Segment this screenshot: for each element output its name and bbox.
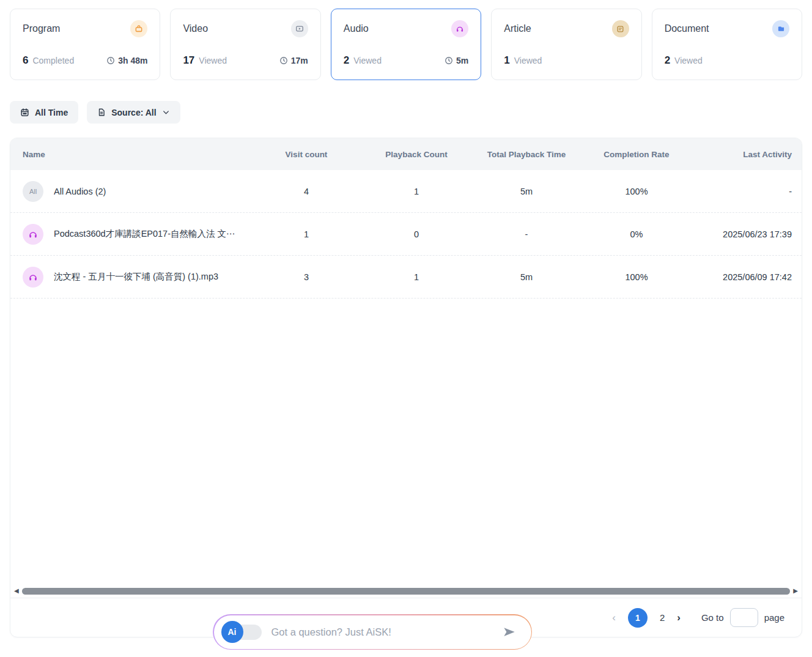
headphones-icon: [23, 224, 43, 245]
card-count-label: Viewed: [353, 56, 382, 65]
article-icon: [612, 20, 629, 37]
page-label: page: [764, 612, 784, 623]
playback-count-cell: 1: [361, 187, 471, 196]
ai-badge: Ai: [221, 621, 243, 643]
file-icon: [97, 108, 106, 117]
ai-toggle[interactable]: Ai: [221, 621, 262, 643]
pagination-page-1-button[interactable]: 1: [628, 608, 648, 628]
card-count-label: Viewed: [199, 56, 227, 65]
scroll-left-icon[interactable]: ◀: [14, 588, 19, 594]
card-count: 2: [344, 54, 349, 67]
row-name: 沈文程 - 五月十一彼下埔 (高音質) (1).mp3: [54, 271, 218, 283]
scroll-right-icon[interactable]: ▶: [793, 588, 798, 594]
card-count: 6: [23, 54, 28, 67]
card-program[interactable]: Program 6 Completed 3h 48m: [10, 9, 160, 80]
card-title: Document: [665, 23, 709, 34]
video-icon: [291, 20, 308, 37]
card-count: 2: [665, 54, 670, 67]
column-header-playback-count: Playback Count: [361, 150, 471, 159]
visit-count-cell: 3: [251, 272, 361, 282]
table-row[interactable]: Podcast360d才庫講談EP017-自然輸入法 文⋯ 1 0 - 0% 2…: [10, 213, 802, 256]
document-icon: [772, 20, 789, 37]
row-name: All Audios (2): [54, 187, 106, 196]
total-playback-time-cell: 5m: [471, 187, 581, 196]
source-filter-button[interactable]: Source: All: [87, 101, 180, 124]
card-time: 3h 48m: [118, 56, 147, 65]
send-icon[interactable]: [502, 625, 517, 639]
goto-label: Go to: [701, 612, 724, 623]
summary-cards: Program 6 Completed 3h 48m: [10, 9, 802, 80]
completion-rate-cell: 0%: [581, 229, 692, 239]
pagination-next-button[interactable]: ›: [677, 612, 681, 623]
card-document[interactable]: Document 2 Viewed: [652, 9, 802, 80]
headphones-icon: [451, 20, 468, 37]
horizontal-scrollbar[interactable]: ◀ ▶: [10, 585, 802, 596]
card-video[interactable]: Video 17 Viewed 17m: [170, 9, 320, 80]
clock-icon: [106, 56, 115, 65]
goto-page-input[interactable]: [730, 608, 758, 627]
completion-rate-cell: 100%: [581, 187, 692, 196]
column-header-visit-count: Visit count: [251, 150, 361, 159]
visit-count-cell: 1: [251, 229, 361, 239]
pagination-prev-button[interactable]: ‹: [612, 612, 616, 623]
visit-count-cell: 4: [251, 187, 361, 196]
table-row[interactable]: All All Audios (2) 4 1 5m 100% -: [10, 170, 802, 213]
table-empty-area: [10, 299, 802, 585]
total-playback-time-cell: -: [471, 229, 581, 239]
card-count: 17: [183, 54, 194, 67]
last-activity-cell: 2025/06/09 17:42: [692, 272, 802, 282]
card-title: Program: [23, 23, 60, 34]
card-count-label: Viewed: [674, 56, 703, 65]
time-filter-label: All Time: [35, 108, 68, 117]
column-header-last-activity: Last Activity: [692, 150, 802, 159]
total-playback-time-cell: 5m: [471, 272, 581, 282]
last-activity-cell: 2025/06/23 17:39: [692, 229, 802, 239]
source-filter-label: Source: All: [111, 108, 156, 117]
content-table: Name Visit count Playback Count Total Pl…: [10, 138, 802, 637]
time-filter-button[interactable]: All Time: [10, 101, 78, 124]
aisk-question-input[interactable]: [271, 626, 492, 638]
column-header-name: Name: [10, 150, 251, 159]
card-time: 5m: [456, 56, 468, 65]
all-badge: All: [23, 181, 43, 202]
headphones-icon: [23, 267, 43, 288]
chevron-down-icon: [162, 108, 170, 116]
clock-icon: [279, 56, 288, 65]
card-audio[interactable]: Audio 2 Viewed 5m: [331, 9, 481, 80]
program-icon: [130, 20, 147, 37]
playback-count-cell: 0: [361, 229, 471, 239]
scrollbar-thumb[interactable]: [22, 588, 791, 595]
card-time: 17m: [291, 56, 308, 65]
table-header: Name Visit count Playback Count Total Pl…: [10, 138, 802, 170]
card-title: Article: [504, 23, 531, 34]
table-row[interactable]: 沈文程 - 五月十一彼下埔 (高音質) (1).mp3 3 1 5m 100% …: [10, 256, 802, 299]
filter-bar: All Time Source: All: [10, 101, 180, 124]
column-header-total-playback-time: Total Playback Time: [471, 150, 581, 159]
card-title: Video: [183, 23, 208, 34]
pagination-page-2-button[interactable]: 2: [660, 612, 665, 623]
last-activity-cell: -: [692, 187, 802, 196]
row-name: Podcast360d才庫講談EP017-自然輸入法 文⋯: [54, 228, 235, 240]
card-article[interactable]: Article 1 Viewed: [491, 9, 641, 80]
calendar-icon: [20, 108, 29, 117]
card-count-label: Viewed: [514, 56, 542, 65]
playback-count-cell: 1: [361, 272, 471, 282]
column-header-completion-rate: Completion Rate: [581, 150, 692, 159]
card-count-label: Completed: [32, 56, 74, 65]
completion-rate-cell: 100%: [581, 272, 692, 282]
clock-icon: [445, 56, 453, 65]
aisk-bar: Ai: [213, 614, 532, 650]
card-count: 1: [504, 54, 509, 67]
card-title: Audio: [344, 23, 369, 34]
